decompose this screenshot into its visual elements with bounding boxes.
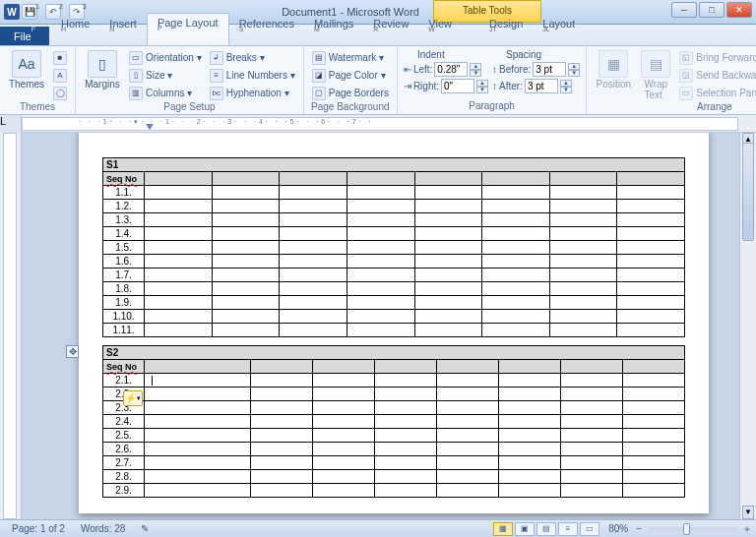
status-proofing-icon[interactable]: ✎: [133, 523, 157, 534]
document-table[interactable]: S1Seq No1.1.1.2.1.3.1.4.1.5.1.6.1.7.1.8.…: [102, 157, 685, 337]
seq-cell[interactable]: 1.1.: [103, 186, 145, 200]
table-row[interactable]: 2.3.: [103, 401, 685, 415]
horizontal-ruler[interactable]: L · · ·1· · ·▾· · ·1· · ·2· · ·3· · ·4· …: [0, 115, 756, 133]
seq-cell[interactable]: 2.1.: [103, 374, 145, 388]
spacing-before-spinner[interactable]: ▲▼: [568, 63, 580, 77]
theme-fonts-button[interactable]: A: [51, 67, 69, 84]
seq-cell[interactable]: 1.4.: [103, 227, 145, 241]
view-print-layout-icon[interactable]: ▦: [493, 522, 513, 536]
seq-cell[interactable]: 2.9.: [103, 484, 145, 498]
table-row[interactable]: 2.1.: [103, 374, 685, 388]
breaks-button[interactable]: ↲Breaks ▾: [208, 49, 297, 66]
margins-button[interactable]: ▯Margins: [82, 48, 123, 101]
indent-left-spinner[interactable]: ▲▼: [470, 63, 481, 77]
line-numbers-button[interactable]: ≡Line Numbers ▾: [208, 67, 297, 84]
document-area[interactable]: S1Seq No1.1.1.2.1.3.1.4.1.5.1.6.1.7.1.8.…: [22, 133, 739, 519]
table-row[interactable]: 1.2.: [103, 200, 685, 213]
table-row[interactable]: 2.9.: [103, 484, 685, 498]
tab-references[interactable]: ReferencesS: [229, 15, 304, 45]
table-row[interactable]: 2.6.: [103, 443, 685, 456]
view-web-layout-icon[interactable]: ▤: [536, 522, 556, 536]
indent-right-input[interactable]: [441, 79, 474, 93]
tab-page-layout[interactable]: Page LayoutP: [147, 13, 229, 45]
scroll-thumb[interactable]: [742, 143, 754, 241]
tab-mailings[interactable]: MailingsM: [304, 15, 363, 45]
seq-cell[interactable]: 1.6.: [103, 255, 145, 268]
table-row[interactable]: 1.10.: [103, 310, 685, 324]
spacing-after-spinner[interactable]: ▲▼: [560, 80, 572, 93]
selection-pane-button[interactable]: ▭Selection Pane: [677, 85, 756, 101]
maximize-button[interactable]: □: [699, 2, 724, 18]
size-button[interactable]: ▯Size ▾: [127, 67, 204, 84]
theme-effects-button[interactable]: ◯: [51, 85, 69, 101]
seq-cell[interactable]: 2.5.: [103, 429, 145, 443]
seq-cell[interactable]: 2.8.: [103, 470, 145, 484]
tab-table-design[interactable]: DesignJT: [479, 15, 533, 45]
seq-cell[interactable]: 1.3.: [103, 213, 145, 227]
minimize-button[interactable]: ─: [671, 2, 697, 18]
seq-cell[interactable]: 1.5.: [103, 241, 145, 255]
table-row[interactable]: 1.11.: [103, 324, 685, 337]
table-row[interactable]: 2.2.: [103, 388, 685, 401]
spacing-after-input[interactable]: [525, 79, 558, 93]
table-row[interactable]: 2.7.: [103, 456, 685, 470]
view-draft-icon[interactable]: ▭: [580, 522, 599, 536]
table-row[interactable]: 1.9.: [103, 296, 685, 310]
zoom-slider[interactable]: [648, 527, 736, 531]
themes-button[interactable]: AaThemes: [6, 48, 47, 101]
status-words[interactable]: Words: 28: [73, 523, 133, 534]
seq-cell[interactable]: 1.2.: [103, 200, 145, 213]
table-row[interactable]: 1.8.: [103, 282, 685, 296]
tab-insert[interactable]: InsertN: [99, 15, 147, 45]
seq-cell[interactable]: 2.6.: [103, 443, 145, 456]
table-header-seqno[interactable]: Seq No: [103, 360, 145, 374]
auto-fill-options-icon[interactable]: ⚡: [123, 390, 143, 406]
close-button[interactable]: ✕: [726, 2, 752, 18]
orientation-button[interactable]: ▭Orientation ▾: [127, 49, 204, 66]
seq-cell[interactable]: 1.8.: [103, 282, 145, 296]
word-app-icon[interactable]: W: [4, 4, 20, 20]
zoom-out-button[interactable]: −: [636, 523, 642, 534]
scroll-down-icon[interactable]: ▼: [742, 506, 754, 519]
seq-cell[interactable]: 1.7.: [103, 268, 145, 282]
seq-cell[interactable]: 2.4.: [103, 415, 145, 429]
table-row[interactable]: 1.5.: [103, 241, 685, 255]
tab-review[interactable]: ReviewR: [363, 15, 418, 45]
table-move-handle[interactable]: ✥: [66, 345, 79, 358]
table-row[interactable]: 1.7.: [103, 268, 685, 282]
table-row[interactable]: 2.8.: [103, 470, 685, 484]
table-row[interactable]: 1.3.: [103, 213, 685, 227]
seq-cell[interactable]: 1.11.: [103, 324, 145, 337]
table-row[interactable]: 1.1.: [103, 186, 685, 200]
status-page[interactable]: Page: 1 of 2: [4, 523, 73, 534]
document-page[interactable]: S1Seq No1.1.1.2.1.3.1.4.1.5.1.6.1.7.1.8.…: [79, 133, 709, 513]
table-row[interactable]: 1.6.: [103, 255, 685, 268]
page-borders-button[interactable]: ▢Page Borders: [310, 85, 391, 101]
table-title[interactable]: S2: [103, 346, 685, 360]
watermark-button[interactable]: ▤Watermark ▾: [310, 49, 391, 66]
table-row[interactable]: 2.4.: [103, 415, 685, 429]
seq-cell[interactable]: 1.10.: [103, 310, 145, 324]
vertical-ruler[interactable]: [0, 133, 22, 519]
seq-cell[interactable]: 2.7.: [103, 456, 145, 470]
table-row[interactable]: 2.5.: [103, 429, 685, 443]
status-zoom[interactable]: 80%: [600, 523, 636, 534]
tab-home[interactable]: HomeH: [51, 15, 99, 45]
columns-button[interactable]: ▥Columns ▾: [127, 85, 204, 101]
vertical-scrollbar[interactable]: ▲ ▼: [739, 133, 756, 519]
document-table[interactable]: S2Seq No2.1.2.2.2.3.2.4.2.5.2.6.2.7.2.8.…: [102, 345, 685, 498]
spacing-before-input[interactable]: [533, 62, 566, 77]
theme-colors-button[interactable]: ■: [51, 49, 69, 66]
tab-table-layout[interactable]: LayoutJL: [533, 15, 585, 45]
view-outline-icon[interactable]: ≡: [558, 522, 578, 536]
seq-cell[interactable]: 1.9.: [103, 296, 145, 310]
page-color-button[interactable]: ◪Page Color ▾: [310, 67, 391, 84]
hyphenation-button[interactable]: bcHyphenation ▾: [208, 85, 297, 101]
zoom-in-button[interactable]: ＋: [742, 522, 752, 536]
table-row[interactable]: 1.4.: [103, 227, 685, 241]
table-title[interactable]: S1: [103, 158, 685, 172]
table-header-seqno[interactable]: Seq No: [103, 172, 145, 186]
view-full-screen-icon[interactable]: ▣: [515, 522, 535, 536]
indent-left-input[interactable]: [434, 62, 468, 77]
indent-right-spinner[interactable]: ▲▼: [476, 80, 488, 93]
